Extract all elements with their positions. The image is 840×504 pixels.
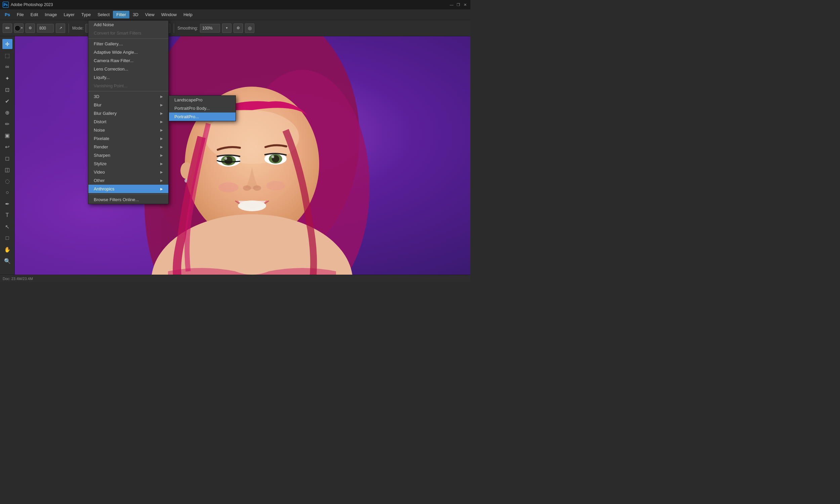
portrait-svg [0, 36, 470, 282]
eyedropper-tool[interactable]: ✔ [2, 96, 13, 106]
filter-distort[interactable]: Distort ▶ [88, 118, 168, 126]
canvas-area [0, 36, 470, 282]
move-tool[interactable]: ✛ [2, 39, 13, 49]
filter-liquify[interactable]: Liquify... [88, 73, 168, 82]
submenu-arrow-other: ▶ [160, 179, 163, 182]
menu-filter[interactable]: Filter [113, 11, 129, 18]
menu-window[interactable]: Window [158, 11, 180, 18]
clone-stamp-tool[interactable]: ▣ [2, 130, 13, 140]
svg-point-19 [218, 182, 239, 193]
filter-render[interactable]: Render ▶ [88, 143, 168, 151]
brush-tool[interactable]: ✏ [2, 119, 13, 129]
filter-divider-2 [88, 91, 168, 91]
filter-lens-correction[interactable]: Lens Correction... [88, 65, 168, 73]
svg-point-20 [266, 181, 285, 191]
svg-point-18 [253, 185, 261, 191]
maximize-button[interactable]: ❐ [456, 2, 461, 7]
options-toolbar: ✏ ▼ ⚙ ↗ Mode: Normal Multiply Screen Ove… [0, 20, 470, 36]
window-controls: — ❐ ✕ [449, 2, 468, 7]
submenu-portraitpro-body[interactable]: PortraitPro Body... [169, 104, 235, 112]
brush-settings-btn[interactable]: ⚙ [25, 23, 35, 33]
hand-tool[interactable]: ✋ [2, 245, 13, 254]
close-button[interactable]: ✕ [462, 2, 468, 7]
filter-divider-1 [88, 38, 168, 39]
submenu-arrow-blur: ▶ [160, 103, 163, 107]
smoothing-dropdown-btn[interactable]: ▼ [222, 23, 231, 33]
filter-anthropics[interactable]: Anthropics ▶ [88, 185, 168, 193]
brush-preset-picker[interactable]: ▼ [14, 23, 23, 33]
menu-layer[interactable]: Layer [60, 11, 78, 18]
submenu-landscapepro[interactable]: LandscapePro [169, 96, 235, 104]
shape-tool[interactable]: □ [2, 233, 13, 243]
filter-blur-gallery[interactable]: Blur Gallery ▶ [88, 109, 168, 118]
filter-stylize[interactable]: Stylize ▶ [88, 160, 168, 168]
left-tools-panel: ✛ ⬚ ∞ ✦ ⊡ ✔ ⊕ ✏ ▣ ↩ ◻ ◫ ◌ ○ ✒ T ↖ □ ✋ 🔍 [0, 36, 15, 282]
filter-vanishing-point[interactable]: Vanishing Point... [88, 82, 168, 90]
title-bar-left: Ps Adobe Photoshop 2023 [3, 2, 53, 8]
menu-image[interactable]: Image [41, 11, 60, 18]
lasso-tool[interactable]: ∞ [2, 62, 13, 72]
submenu-arrow-blur-gallery: ▶ [160, 111, 163, 115]
gradient-tool[interactable]: ◫ [2, 164, 13, 175]
status-text: Doc: 23.4M/23.4M [3, 277, 33, 281]
menu-ps[interactable]: Ps [1, 11, 14, 18]
canvas-image [0, 36, 470, 282]
healing-brush-tool[interactable]: ⊕ [2, 107, 13, 118]
dodge-tool[interactable]: ○ [2, 187, 13, 197]
type-tool[interactable]: T [2, 210, 13, 220]
filter-3d[interactable]: 3D ▶ [88, 92, 168, 101]
submenu-arrow-pixelate: ▶ [160, 137, 163, 140]
path-selection-tool[interactable]: ↖ [2, 222, 13, 232]
menu-file[interactable]: File [14, 11, 27, 18]
menu-edit[interactable]: Edit [27, 11, 41, 18]
menu-select[interactable]: Select [94, 11, 113, 18]
status-bar: Doc: 23.4M/23.4M [0, 275, 470, 282]
smoothing-label: Smoothing: [177, 26, 198, 31]
menu-type[interactable]: Type [78, 11, 94, 18]
blur-tool[interactable]: ◌ [2, 176, 13, 186]
filter-browse-online[interactable]: Browse Filters Online... [88, 195, 168, 204]
filter-video[interactable]: Video ▶ [88, 168, 168, 176]
brush-size-input[interactable] [37, 24, 54, 33]
history-brush-tool[interactable]: ↩ [2, 142, 13, 152]
filter-adaptive-wide-angle[interactable]: Adaptive Wide Angle... [88, 48, 168, 56]
filter-divider-3 [88, 194, 168, 194]
submenu-arrow-anthropics: ▶ [160, 187, 163, 191]
menu-3d[interactable]: 3D [129, 11, 142, 18]
menu-help[interactable]: Help [180, 11, 196, 18]
window-title: Adobe Photoshop 2023 [11, 2, 53, 7]
pen-tool[interactable]: ✒ [2, 199, 13, 209]
menu-view[interactable]: View [142, 11, 158, 18]
marquee-tool[interactable]: ⬚ [2, 50, 13, 60]
filter-camera-raw[interactable]: Camera Raw Filter... [88, 56, 168, 65]
eraser-tool[interactable]: ◻ [2, 153, 13, 163]
brush-angle-btn[interactable]: ↗ [56, 23, 65, 33]
submenu-arrow-distort: ▶ [160, 120, 163, 124]
separator-1 [69, 23, 69, 33]
filter-pixelate[interactable]: Pixelate ▶ [88, 134, 168, 143]
brush-preview [15, 25, 20, 31]
filter-gallery[interactable]: Filter Gallery.... [88, 40, 168, 48]
submenu-arrow-render: ▶ [160, 145, 163, 149]
submenu-arrow-noise: ▶ [160, 128, 163, 132]
smoothing-settings-btn[interactable]: ⚙ [233, 23, 243, 33]
filter-other[interactable]: Other ▶ [88, 176, 168, 185]
filter-noise[interactable]: Noise ▶ [88, 126, 168, 134]
zoom-tool[interactable]: 🔍 [2, 256, 13, 266]
submenu-arrow-sharpen: ▶ [160, 154, 163, 157]
minimize-button[interactable]: — [449, 2, 454, 7]
filter-blur[interactable]: Blur ▶ [88, 101, 168, 109]
brush-angle3-btn[interactable]: ◎ [245, 23, 255, 33]
filter-sharpen[interactable]: Sharpen ▶ [88, 151, 168, 160]
magic-wand-tool[interactable]: ✦ [2, 73, 13, 83]
submenu-arrow-3d: ▶ [160, 95, 163, 98]
smoothing-input[interactable] [200, 24, 220, 33]
title-bar: Ps Adobe Photoshop 2023 — ❐ ✕ [0, 0, 470, 10]
mode-label: Mode: [72, 26, 83, 31]
brush-tool-icon[interactable]: ✏ [3, 23, 12, 33]
filter-add-noise[interactable]: Add Noise [88, 20, 168, 29]
crop-tool[interactable]: ⊡ [2, 85, 13, 95]
filter-convert-smart: Convert for Smart Filters [88, 29, 168, 37]
submenu-portraitpro[interactable]: PortraitPro... [169, 112, 235, 121]
size-group [37, 24, 54, 33]
